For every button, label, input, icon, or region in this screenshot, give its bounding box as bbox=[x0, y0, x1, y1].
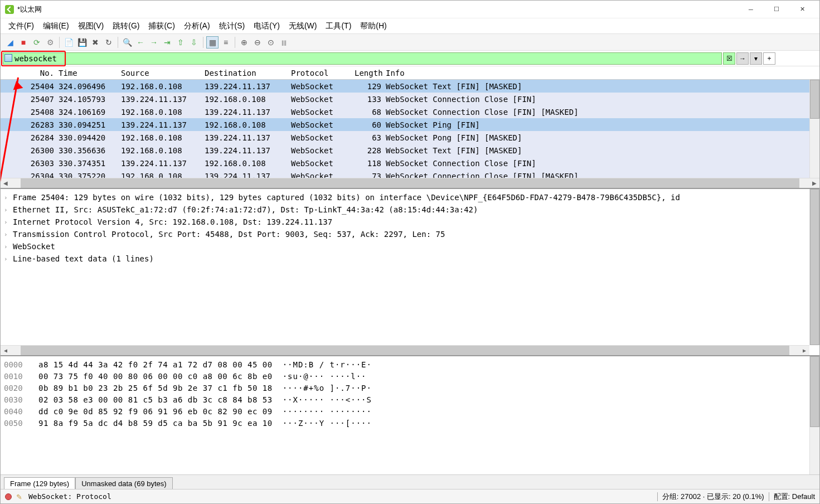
packet-row[interactable]: 25404324.096496192.168.0.108139.224.11.1… bbox=[1, 80, 819, 93]
details-row[interactable]: ›Frame 25404: 129 bytes on wire (1032 bi… bbox=[4, 191, 816, 203]
details-row[interactable]: ›Line-based text data (1 lines) bbox=[4, 253, 816, 265]
menu-telephony[interactable]: 电话(Y) bbox=[250, 21, 283, 31]
menu-file[interactable]: 文件(F) bbox=[5, 21, 37, 31]
packet-bytes-pane: 0000a8 15 4d 44 3a 42 f0 2f 74 a1 72 d7 … bbox=[1, 356, 819, 474]
details-hscroll[interactable]: ◀▶ bbox=[1, 345, 809, 355]
filter-dropdown-icon[interactable]: ▾ bbox=[750, 52, 762, 65]
separator bbox=[769, 492, 769, 501]
maximize-button[interactable]: ☐ bbox=[764, 1, 789, 18]
packet-row[interactable]: 25407324.105793139.224.11.137192.168.0.1… bbox=[1, 93, 819, 105]
start-capture-icon[interactable]: ◢ bbox=[4, 36, 16, 49]
separator bbox=[118, 37, 118, 48]
menu-view[interactable]: 视图(V) bbox=[75, 21, 108, 31]
resize-columns-icon[interactable]: ⫼ bbox=[278, 36, 290, 49]
packet-row[interactable]: 25408324.106169192.168.0.108139.224.11.1… bbox=[1, 105, 819, 118]
details-row[interactable]: ›Ethernet II, Src: ASUSTekC_a1:72:d7 (f0… bbox=[4, 203, 816, 216]
expert-info-icon[interactable] bbox=[5, 493, 12, 500]
save-file-icon[interactable]: 💾 bbox=[76, 36, 88, 49]
prev-icon[interactable]: ← bbox=[134, 36, 147, 49]
zoom-out-icon[interactable]: ⊖ bbox=[251, 36, 264, 49]
separator bbox=[59, 37, 60, 48]
hex-row[interactable]: 001000 73 75 f0 40 00 80 06 00 00 c0 a8 … bbox=[4, 370, 816, 382]
menu-edit[interactable]: 编辑(E) bbox=[40, 21, 72, 31]
details-row[interactable]: ›Transmission Control Protocol, Src Port… bbox=[4, 228, 816, 240]
restart-capture-icon[interactable]: ⟳ bbox=[31, 36, 43, 49]
separator bbox=[203, 37, 203, 48]
hex-row[interactable]: 005091 8a f9 5a dc d4 b8 59 d5 ca ba 5b … bbox=[4, 417, 816, 429]
filter-bar: ☒ → ▾ + bbox=[1, 51, 819, 66]
find-icon[interactable]: 🔍 bbox=[121, 36, 133, 49]
packet-list-hscroll[interactable]: ◀▶ bbox=[1, 178, 819, 188]
separator bbox=[235, 37, 235, 48]
edit-comment-icon[interactable]: ✎ bbox=[16, 493, 24, 501]
details-row[interactable]: ›WebSocket bbox=[4, 240, 816, 253]
col-protocol: Protocol bbox=[289, 67, 352, 79]
close-file-icon[interactable]: ✖ bbox=[89, 36, 101, 49]
packet-row[interactable]: 26303330.374351139.224.11.137192.168.0.1… bbox=[1, 157, 819, 169]
menu-go[interactable]: 跳转(G) bbox=[109, 21, 143, 31]
colorize-icon[interactable]: ≡ bbox=[220, 36, 232, 49]
tab-unmasked[interactable]: Unmasked data (69 bytes) bbox=[75, 477, 172, 489]
hex-row[interactable]: 003002 03 58 e3 00 00 81 c5 b3 a6 db 3c … bbox=[4, 394, 816, 405]
apply-filter-icon[interactable]: → bbox=[736, 52, 749, 65]
col-length: Length bbox=[352, 67, 384, 79]
profile[interactable]: 配置: Default bbox=[774, 492, 815, 502]
autoscroll-icon[interactable]: ▦ bbox=[206, 36, 219, 49]
hex-row[interactable]: 0040dd c0 9e 0d 85 92 f9 06 91 96 eb 0c … bbox=[4, 405, 816, 417]
stop-capture-icon[interactable]: ■ bbox=[17, 36, 30, 49]
menu-wireless[interactable]: 无线(W) bbox=[285, 21, 321, 31]
next-icon[interactable]: → bbox=[148, 36, 160, 49]
zoom-in-icon[interactable]: ⊕ bbox=[238, 36, 250, 49]
separator bbox=[657, 492, 658, 501]
hex-vscroll[interactable] bbox=[809, 356, 819, 474]
tab-frame[interactable]: Frame (129 bytes) bbox=[4, 477, 75, 489]
col-no: No. bbox=[1, 67, 56, 79]
packet-details-pane: ›Frame 25404: 129 bytes on wire (1032 bi… bbox=[1, 189, 819, 356]
packet-list-pane: No. Time Source Destination Protocol Len… bbox=[1, 66, 819, 189]
packet-row[interactable]: 26300330.356636192.168.0.108139.224.11.1… bbox=[1, 144, 819, 157]
packet-count: 分组: 27002 · 已显示: 20 (0.1%) bbox=[662, 492, 764, 502]
toolbar: ◢ ■ ⟳ ⚙ 📄 💾 ✖ ↻ 🔍 ← → ⇥ ⇧ ⇩ ▦ ≡ ⊕ ⊖ ⊙ ⫼ bbox=[1, 34, 819, 51]
statusbar: ✎ WebSocket: Protocol 分组: 27002 · 已显示: 2… bbox=[1, 489, 819, 503]
add-filter-button[interactable]: + bbox=[763, 52, 775, 65]
menu-capture[interactable]: 捕获(C) bbox=[145, 21, 178, 31]
packet-row[interactable]: 26284330.094420192.168.0.108139.224.11.1… bbox=[1, 131, 819, 144]
col-time: Time bbox=[56, 67, 119, 79]
packet-row[interactable]: 26304330.375220192.168.0.108139.224.11.1… bbox=[1, 169, 819, 178]
packet-list-header[interactable]: No. Time Source Destination Protocol Len… bbox=[1, 66, 819, 80]
bookmark-icon[interactable] bbox=[4, 54, 12, 62]
zoom-reset-icon[interactable]: ⊙ bbox=[265, 36, 277, 49]
menu-tools[interactable]: 工具(T) bbox=[322, 21, 355, 31]
close-button[interactable]: ✕ bbox=[789, 1, 815, 18]
open-file-icon[interactable]: 📄 bbox=[62, 36, 75, 49]
window-title: *以太网 bbox=[17, 4, 738, 14]
field-name: WebSocket: Protocol bbox=[28, 492, 111, 501]
col-destination: Destination bbox=[202, 67, 289, 79]
menu-analyze[interactable]: 分析(A) bbox=[181, 21, 214, 31]
last-packet-icon[interactable]: ⇩ bbox=[188, 36, 200, 49]
details-vscroll[interactable] bbox=[809, 189, 819, 345]
hex-row[interactable]: 0000a8 15 4d 44 3a 42 f0 2f 74 a1 72 d7 … bbox=[4, 358, 816, 370]
display-filter-input[interactable] bbox=[3, 52, 722, 65]
hex-row[interactable]: 00200b 89 b1 b0 23 2b 25 6f 5d 9b 2e 37 … bbox=[4, 382, 816, 394]
menubar: 文件(F) 编辑(E) 视图(V) 跳转(G) 捕获(C) 分析(A) 统计(S… bbox=[1, 18, 819, 34]
titlebar: *以太网 ─ ☐ ✕ bbox=[1, 1, 819, 18]
app-icon bbox=[5, 5, 14, 14]
minimize-button[interactable]: ─ bbox=[738, 1, 764, 18]
col-source: Source bbox=[119, 67, 202, 79]
goto-packet-icon[interactable]: ⇥ bbox=[161, 36, 173, 49]
reload-icon[interactable]: ↻ bbox=[103, 36, 115, 49]
packet-list-vscroll[interactable] bbox=[809, 80, 819, 178]
first-packet-icon[interactable]: ⇧ bbox=[174, 36, 187, 49]
clear-filter-icon[interactable]: ☒ bbox=[723, 52, 735, 65]
col-info: Info bbox=[384, 67, 819, 79]
menu-help[interactable]: 帮助(H) bbox=[357, 21, 390, 31]
details-row[interactable]: ›Internet Protocol Version 4, Src: 192.1… bbox=[4, 216, 816, 228]
bytes-tabs: Frame (129 bytes) Unmasked data (69 byte… bbox=[1, 474, 819, 489]
capture-options-icon[interactable]: ⚙ bbox=[44, 36, 56, 49]
menu-statistics[interactable]: 统计(S) bbox=[216, 21, 249, 31]
packet-row[interactable]: 26283330.094251139.224.11.137192.168.0.1… bbox=[1, 118, 819, 131]
